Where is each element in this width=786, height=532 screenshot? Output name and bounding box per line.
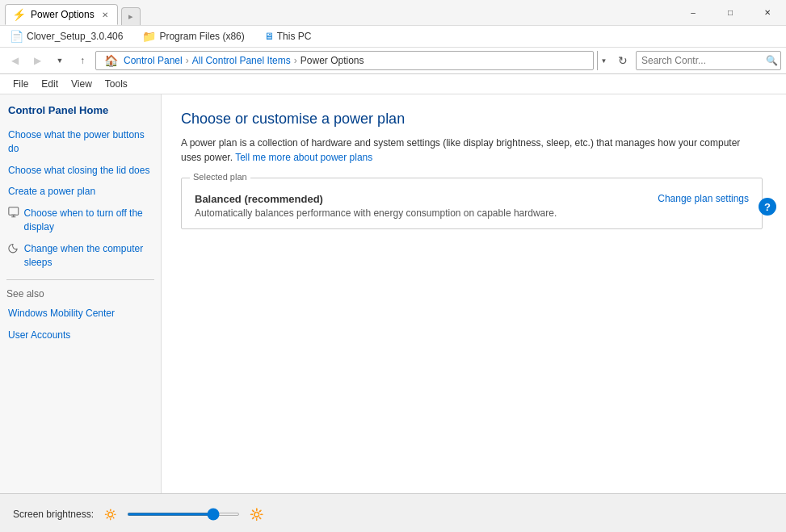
- search-icon[interactable]: 🔍: [766, 55, 778, 66]
- bookmark-clover-label: Clover_Setup_3.0.406: [27, 31, 123, 42]
- minimize-button[interactable]: –: [675, 0, 712, 26]
- sidebar-windows-mobility-label: Windows Mobility Center: [8, 307, 115, 320]
- address-bar-area: ◀ ▶ ▼ ↑ 🏠 Choose or customise a power pl…: [0, 48, 786, 74]
- status-bar: Screen brightness: 🔅 🔆: [0, 493, 786, 532]
- brightness-label: Screen brightness:: [13, 509, 94, 520]
- recent-locations-button[interactable]: ▼: [50, 51, 69, 70]
- menu-edit[interactable]: Edit: [35, 76, 65, 92]
- plan-name: Balanced (recommended): [195, 193, 557, 205]
- sidebar-user-accounts-label: User Accounts: [8, 329, 70, 342]
- bookmark-clover[interactable]: 📄 Clover_Setup_3.0.406: [6, 28, 126, 44]
- brightness-slider[interactable]: [127, 513, 240, 516]
- sidebar-item-windows-mobility[interactable]: Windows Mobility Center: [6, 304, 154, 323]
- power-options-tab-icon: ⚡: [12, 8, 26, 21]
- folder-icon: 📁: [142, 30, 156, 43]
- tab-power-options[interactable]: ⚡ Power Options ✕: [5, 4, 118, 25]
- bookmark-thispc-label: This PC: [277, 31, 312, 42]
- sidebar-divider: [6, 279, 154, 280]
- back-button[interactable]: ◀: [5, 51, 24, 70]
- bookmarks-bar: 📄 Clover_Setup_3.0.406 📁 Program Files (…: [0, 26, 786, 48]
- breadcrumb-sep-2: ›: [294, 55, 297, 66]
- breadcrumb[interactable]: 🏠 Choose or customise a power plan Contr…: [95, 51, 594, 70]
- menu-bar: File Edit View Tools: [0, 74, 786, 94]
- sidebar-closing-lid-label: Choose what closing the lid does: [8, 164, 149, 178]
- sidebar-item-closing-lid[interactable]: Choose what closing the lid does: [6, 161, 154, 180]
- forward-button[interactable]: ▶: [27, 51, 47, 70]
- main-area: Control Panel Home Choose what the power…: [0, 94, 786, 493]
- bookmark-this-pc[interactable]: 🖥 This PC: [261, 29, 315, 44]
- change-plan-settings-link[interactable]: Change plan settings: [658, 193, 749, 204]
- plan-info: Balanced (recommended) Automatically bal…: [195, 193, 557, 219]
- menu-tools[interactable]: Tools: [99, 76, 134, 92]
- tab-list: ⚡ Power Options ✕ ▸: [0, 0, 675, 25]
- help-button[interactable]: ?: [759, 198, 776, 216]
- page-title: Choose or customise a power plan: [181, 111, 767, 128]
- menu-view[interactable]: View: [65, 76, 99, 92]
- svg-rect-0: [9, 207, 19, 215]
- file-icon: 📄: [10, 30, 23, 43]
- sidebar-item-turn-off-display[interactable]: Choose when to turn off the display: [6, 204, 154, 237]
- sidebar: Control Panel Home Choose what the power…: [0, 94, 162, 493]
- breadcrumb-control-panel-link[interactable]: Control Panel: [124, 55, 183, 66]
- plan-desc: Automatically balances performance with …: [195, 207, 557, 219]
- sidebar-item-power-buttons[interactable]: Choose what the power buttons do: [6, 126, 154, 158]
- title-bar: ⚡ Power Options ✕ ▸ – □ ✕: [0, 0, 786, 26]
- address-dropdown-button[interactable]: ▼: [597, 51, 610, 70]
- content-area: Choose or customise a power plan A power…: [162, 94, 786, 493]
- maximize-button[interactable]: □: [712, 0, 749, 26]
- menu-file[interactable]: File: [6, 76, 35, 92]
- breadcrumb-current-page: Power Options: [301, 55, 364, 66]
- section-legend-label: Selected plan: [190, 172, 250, 182]
- sidebar-home-link[interactable]: Control Panel Home: [6, 104, 154, 116]
- tab-new-label: ▸: [128, 11, 133, 22]
- sleep-icon: [8, 242, 19, 255]
- search-wrapper: 🔍: [636, 51, 781, 70]
- search-input[interactable]: [636, 51, 781, 70]
- refresh-button[interactable]: ↻: [613, 51, 633, 70]
- sidebar-create-plan-label: Create a power plan: [8, 185, 95, 199]
- tab-new[interactable]: ▸: [121, 7, 141, 25]
- pc-icon: 🖥: [264, 31, 274, 42]
- brightness-slider-container: [127, 513, 240, 516]
- sidebar-item-computer-sleeps[interactable]: Change when the computer sleeps: [6, 240, 154, 272]
- sidebar-computer-sleeps-label: Change when the computer sleeps: [24, 242, 153, 270]
- bookmark-program-files[interactable]: 📁 Program Files (x86): [139, 28, 247, 44]
- breadcrumb-sep-1: ›: [186, 55, 189, 66]
- breadcrumb-home-icon: 🏠: [101, 51, 120, 70]
- sidebar-item-user-accounts[interactable]: User Accounts: [6, 326, 154, 345]
- sidebar-item-create-plan[interactable]: Create a power plan: [6, 182, 154, 201]
- sidebar-power-buttons-label: Choose what the power buttons do: [8, 128, 153, 156]
- bookmark-programfiles-label: Program Files (x86): [159, 31, 244, 42]
- brightness-high-icon: 🔆: [250, 508, 263, 521]
- page-description: A power plan is a collection of hardware…: [181, 136, 746, 165]
- window-controls: – □ ✕: [675, 0, 786, 25]
- selected-plan-section: Selected plan Balanced (recommended) Aut…: [181, 178, 763, 229]
- learn-more-link[interactable]: Tell me more about power plans: [235, 152, 372, 163]
- brightness-low-icon: 🔅: [103, 508, 117, 521]
- sidebar-turn-off-display-label: Choose when to turn off the display: [24, 207, 153, 234]
- breadcrumb-all-items-link[interactable]: All Control Panel Items: [192, 55, 291, 66]
- tab-active-label: Power Options: [31, 9, 95, 20]
- monitor-icon: [8, 207, 19, 220]
- close-button[interactable]: ✕: [749, 0, 786, 26]
- plan-row: Balanced (recommended) Automatically bal…: [195, 193, 749, 219]
- tab-close-button[interactable]: ✕: [99, 9, 111, 20]
- up-button[interactable]: ↑: [73, 51, 92, 70]
- see-also-label: See also: [6, 288, 154, 300]
